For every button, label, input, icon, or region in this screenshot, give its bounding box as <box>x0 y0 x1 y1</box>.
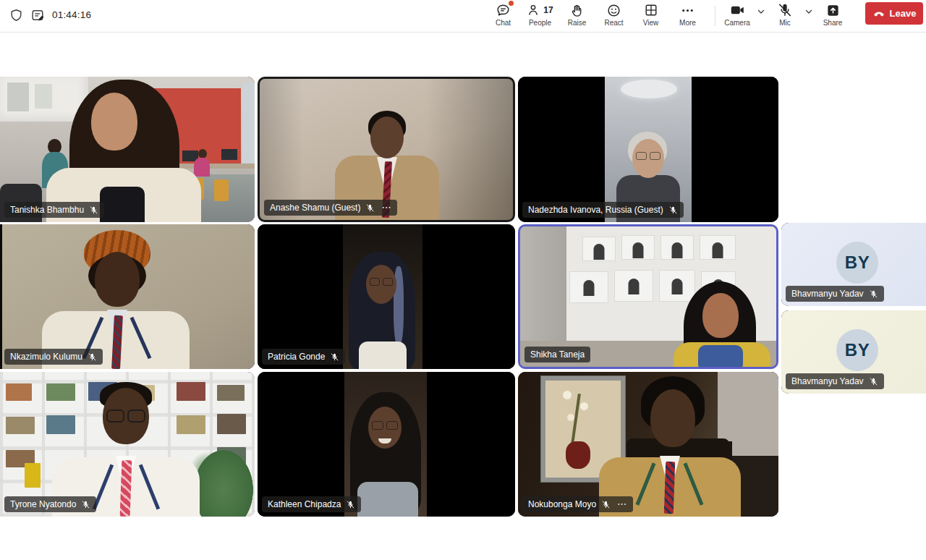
hang-up-icon <box>872 7 885 20</box>
share-screen-icon <box>825 2 841 18</box>
more-button[interactable]: More <box>669 0 706 32</box>
video-feed <box>0 372 255 517</box>
mic-off-icon <box>81 500 90 509</box>
chat-icon <box>496 2 511 18</box>
video-feed <box>258 224 515 369</box>
participant-tile-nkazimulo-kulumu[interactable]: Nkazimulo Kulumu <box>0 224 255 369</box>
video-feed <box>518 372 778 517</box>
participant-nameplate: Tanishka Bhambhu <box>4 202 104 218</box>
avatar: BY <box>836 242 878 284</box>
raise-label: Raise <box>568 19 587 27</box>
meeting-toolbar: 01:44:16 Chat 17 People Raise <box>0 0 926 33</box>
meeting-notes-icon[interactable] <box>29 7 46 24</box>
participant-name: Kathleen Chipadza <box>268 499 341 509</box>
participant-nameplate: Shikha Taneja <box>524 347 590 362</box>
participant-name: Shikha Taneja <box>530 349 585 360</box>
camera-button[interactable]: Camera <box>721 0 754 32</box>
mic-off-icon <box>869 377 878 386</box>
share-button[interactable]: Share <box>816 0 849 32</box>
participant-name: Bhavmanyu Yadav <box>791 376 864 386</box>
participant-name: Nkazimulo Kulumu <box>10 352 82 362</box>
participant-tile-bhavmanyu-yadav-2[interactable]: BY Bhavmanyu Yadav <box>781 310 926 394</box>
mic-off-icon <box>601 500 611 509</box>
people-icon: 17 <box>527 2 553 18</box>
video-feed <box>260 79 513 220</box>
participant-tile-tyrone-nyatondo[interactable]: Tyrone Nyatondo <box>0 372 255 517</box>
video-feed <box>520 226 776 367</box>
participant-name: Tanishka Bhambhu <box>10 205 84 215</box>
participant-nameplate: Anashe Shamu (Guest) ⋯ <box>264 200 397 216</box>
video-feed <box>0 224 255 369</box>
video-feed <box>518 77 778 222</box>
participant-tile-tanishka-bhambhu[interactable]: Tanishka Bhambhu <box>0 77 255 222</box>
participant-nameplate: Bhavmanyu Yadav <box>786 286 884 302</box>
people-button[interactable]: 17 People <box>522 0 558 32</box>
mic-off-icon <box>88 352 97 362</box>
more-ellipsis-icon <box>680 2 695 18</box>
mic-muted-icon <box>777 2 793 18</box>
participant-name: Nadezhda Ivanova, Russia (Guest) <box>528 205 663 215</box>
leave-button[interactable]: Leave <box>865 2 923 25</box>
toolbar-actions: Chat 17 People Raise React View <box>485 0 706 32</box>
participant-tile-kathleen-chipadza[interactable]: Kathleen Chipadza <box>258 372 515 517</box>
view-label: View <box>643 19 659 27</box>
raise-hand-icon <box>569 2 585 18</box>
participant-nameplate: Bhavmanyu Yadav <box>786 373 884 389</box>
react-label: React <box>604 19 623 27</box>
toolbar-divider <box>715 6 715 26</box>
people-label: People <box>529 19 551 27</box>
camera-label: Camera <box>724 19 750 27</box>
participant-name: Tyrone Nyatondo <box>10 499 76 509</box>
participant-nameplate: Nkazimulo Kulumu <box>4 349 103 365</box>
participant-name: Bhavmanyu Yadav <box>791 289 864 299</box>
participant-tile-shikha-taneja[interactable]: Shikha Taneja <box>518 224 778 369</box>
view-grid-icon <box>644 2 658 18</box>
react-smiley-icon <box>606 2 621 18</box>
participant-name: Patricia Gonde <box>268 352 325 362</box>
camera-icon <box>729 2 745 18</box>
participant-tile-patricia-gonde[interactable]: Patricia Gonde <box>258 224 515 369</box>
mic-off-icon <box>346 500 355 509</box>
share-label: Share <box>823 19 843 27</box>
participant-tile-nokubonga-moyo[interactable]: Nokubonga Moyo ⋯ <box>518 372 778 517</box>
mic-off-icon <box>668 205 678 215</box>
chat-button[interactable]: Chat <box>485 0 522 32</box>
participant-tile-bhavmanyu-yadav-1[interactable]: BY Bhavmanyu Yadav <box>781 223 926 306</box>
mic-off-icon <box>330 352 339 362</box>
video-feed <box>258 372 515 517</box>
leave-label: Leave <box>890 8 917 19</box>
chat-notification-dot <box>509 1 514 6</box>
mic-button[interactable]: Mic <box>768 0 802 32</box>
more-label: More <box>679 19 696 27</box>
participant-name: Anashe Shamu (Guest) <box>270 203 360 213</box>
meeting-timer: 01:44:16 <box>52 9 91 20</box>
chat-label: Chat <box>496 19 511 27</box>
tile-more-button[interactable]: ⋯ <box>616 499 627 509</box>
view-button[interactable]: View <box>632 0 669 32</box>
participant-nameplate: Nokubonga Moyo ⋯ <box>522 496 633 512</box>
participant-nameplate: Nadezhda Ivanova, Russia (Guest) <box>522 202 684 218</box>
participant-count: 17 <box>543 5 553 15</box>
participant-tile-nadezhda-ivanova[interactable]: Nadezhda Ivanova, Russia (Guest) <box>518 77 778 222</box>
participant-name: Nokubonga Moyo <box>528 499 596 509</box>
security-shield-icon[interactable] <box>7 7 25 24</box>
mic-off-icon <box>365 203 375 213</box>
tile-more-button[interactable]: ⋯ <box>380 203 391 213</box>
participant-nameplate: Kathleen Chipadza <box>262 496 361 512</box>
participant-nameplate: Patricia Gonde <box>262 349 345 365</box>
avatar: BY <box>836 329 878 371</box>
mic-off-icon <box>869 289 878 299</box>
mic-options-chevron[interactable] <box>802 0 816 27</box>
react-button[interactable]: React <box>595 0 632 32</box>
device-controls: Camera Mic Share <box>721 0 849 32</box>
mic-off-icon <box>89 205 98 215</box>
participant-nameplate: Tyrone Nyatondo <box>4 496 96 512</box>
raise-hand-button[interactable]: Raise <box>558 0 595 32</box>
participant-tile-anashe-shamu[interactable]: Anashe Shamu (Guest) ⋯ <box>258 77 515 222</box>
mic-label: Mic <box>779 19 791 27</box>
video-feed <box>0 77 255 222</box>
camera-options-chevron[interactable] <box>754 0 768 27</box>
